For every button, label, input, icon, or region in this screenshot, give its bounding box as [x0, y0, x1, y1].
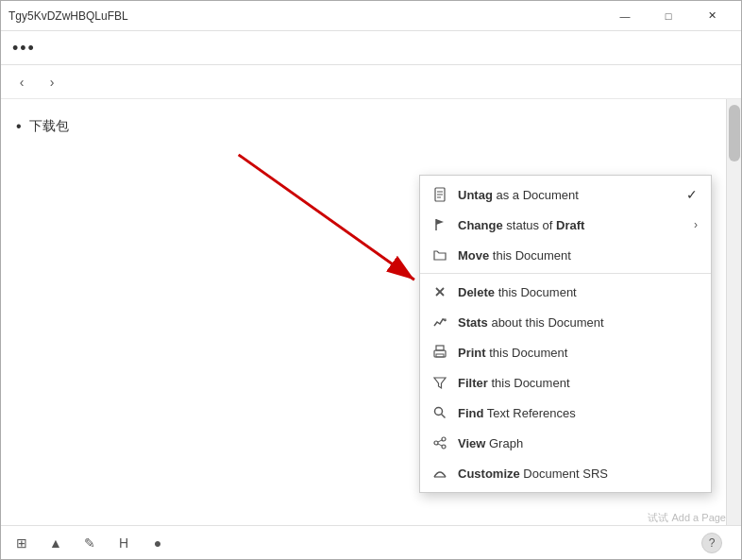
stats-icon: [431, 314, 448, 331]
bottom-btn-grid[interactable]: ⊞: [10, 532, 33, 554]
bullet: •: [16, 118, 22, 135]
menu-item-change-status[interactable]: Change status of Draft ›: [420, 210, 711, 240]
x-icon: [431, 283, 448, 300]
view-icon: [431, 434, 448, 451]
find-label: Find Text References: [458, 406, 698, 420]
scrollbar-thumb[interactable]: [729, 105, 740, 161]
bottom-btn-h[interactable]: H: [112, 532, 135, 554]
menu-item-view[interactable]: View Graph: [420, 428, 711, 458]
submenu-arrow-icon: ›: [694, 218, 698, 231]
move-label: Move this Document: [458, 248, 698, 263]
menu-bar: •••: [1, 31, 741, 65]
untag-label: Untag as a Document: [458, 188, 677, 202]
close-button[interactable]: ✕: [690, 1, 734, 31]
print-label: Print this Document: [458, 346, 698, 360]
list-item-text: 下载包: [29, 118, 69, 135]
bottom-btn-dot[interactable]: ●: [146, 532, 169, 554]
bottom-btn-edit[interactable]: ✎: [78, 532, 101, 554]
stats-label: Stats about this Document: [458, 315, 698, 330]
filter-icon: [431, 374, 448, 391]
svg-point-17: [442, 445, 446, 449]
window-title: Tgy5KvDZwHBQLuFBL: [8, 9, 128, 23]
forward-button[interactable]: ›: [39, 69, 65, 95]
flag-icon: [431, 216, 448, 233]
menu-item-print[interactable]: Print this Document: [420, 337, 711, 367]
title-bar: Tgy5KvDZwHBQLuFBL — □ ✕: [1, 1, 741, 31]
view-label: View Graph: [458, 436, 698, 450]
list-item: • 下载包: [16, 118, 711, 135]
customize-icon: [431, 465, 448, 482]
toolbar: ‹ ›: [1, 65, 741, 99]
check-icon: ✓: [686, 187, 698, 202]
delete-label: Delete this Document: [458, 285, 698, 299]
svg-point-16: [442, 437, 446, 441]
separator-1: [420, 273, 711, 274]
back-button[interactable]: ‹: [8, 69, 35, 95]
svg-marker-12: [434, 378, 446, 388]
svg-rect-11: [436, 354, 444, 357]
print-icon: [431, 344, 448, 361]
menu-item-customize[interactable]: Customize Document SRS: [420, 458, 711, 488]
context-menu: Untag as a Document ✓ Change status of D…: [419, 175, 712, 493]
menu-item-filter[interactable]: Filter this Document: [420, 367, 711, 398]
svg-line-18: [438, 440, 442, 442]
svg-line-1: [239, 155, 414, 280]
main-window: Tgy5KvDZwHBQLuFBL — □ ✕ ••• ‹ › • 下载包: [0, 0, 742, 560]
minimize-button[interactable]: —: [603, 1, 647, 31]
window-controls: — □ ✕: [603, 1, 734, 31]
maximize-button[interactable]: □: [647, 1, 690, 31]
menu-item-stats[interactable]: Stats about this Document: [420, 307, 711, 337]
menu-dots[interactable]: •••: [12, 40, 36, 57]
customize-label: Customize Document SRS: [458, 467, 698, 481]
menu-item-find[interactable]: Find Text References: [420, 398, 711, 428]
scrollbar-track[interactable]: [726, 99, 741, 525]
search-icon: [431, 404, 448, 421]
main-area: • 下载包: [1, 99, 741, 525]
bottom-toolbar: ⊞ ▲ ✎ H ●: [1, 525, 741, 559]
menu-item-untag[interactable]: Untag as a Document ✓: [420, 179, 711, 210]
document-icon: [431, 186, 448, 203]
svg-point-13: [435, 408, 443, 416]
svg-point-15: [434, 441, 438, 445]
menu-item-move[interactable]: Move this Document: [420, 240, 711, 270]
folder-icon: [431, 246, 448, 263]
svg-rect-9: [436, 346, 444, 350]
help-button[interactable]: ?: [701, 533, 722, 553]
bottom-btn-triangle[interactable]: ▲: [44, 532, 67, 554]
svg-line-19: [438, 444, 442, 446]
svg-line-14: [442, 415, 446, 418]
change-status-label: Change status of Draft: [458, 218, 684, 232]
filter-label: Filter this Document: [458, 376, 698, 390]
menu-item-delete[interactable]: Delete this Document: [420, 277, 711, 307]
